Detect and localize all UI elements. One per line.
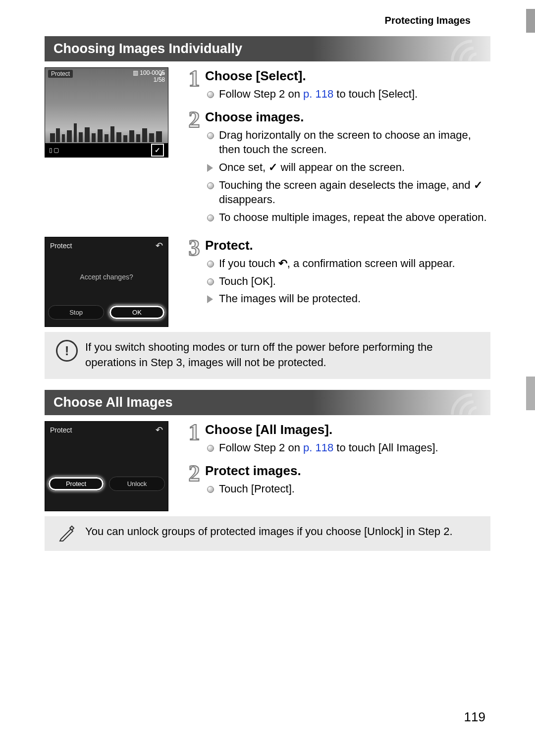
step3-bullet-1: If you touch , a confirmation screen wil… — [205, 256, 490, 271]
step-title: Choose [All Images]. — [205, 422, 490, 437]
step-number-2: 2 — [183, 462, 205, 485]
svg-rect-0 — [50, 133, 55, 142]
svg-rect-17 — [156, 131, 162, 142]
dialog-protect-button[interactable]: Protect — [48, 477, 104, 491]
svg-rect-5 — [79, 132, 83, 142]
decorative-arcs-icon — [450, 392, 484, 415]
back-arrow-icon — [278, 257, 287, 270]
svg-rect-8 — [98, 129, 103, 142]
check-icon — [474, 179, 482, 191]
section-title: Choosing Images Individually — [54, 41, 242, 56]
svg-rect-1 — [56, 128, 60, 142]
camera-confirm-dialog-screenshot: Protect ↶ Accept changes? Stop OK — [45, 237, 168, 327]
svg-rect-3 — [67, 130, 72, 142]
dialog-title: Protect — [50, 242, 72, 250]
dialog-ok-button[interactable]: OK — [109, 305, 165, 320]
dialog-empty — [45, 438, 168, 472]
dialog-stop-button[interactable]: Stop — [48, 305, 104, 320]
step2-bullet-3: Touching the screen again deselects the … — [205, 178, 490, 207]
svg-rect-15 — [142, 128, 147, 142]
step-title: Choose images. — [205, 109, 490, 125]
pencil-icon — [58, 524, 76, 542]
section-heading-choose-all: Choose All Images — [45, 390, 490, 415]
dialog-message: Accept changes? — [45, 254, 168, 300]
step-title: Choose [Select]. — [205, 68, 490, 84]
back-icon: ↶ — [156, 240, 163, 251]
svg-rect-6 — [85, 127, 90, 142]
tip-note: You can unlock groups of protected image… — [45, 516, 490, 551]
step3-bullet-3: The images will be protected. — [205, 291, 490, 306]
running-head: Protecting Images — [45, 15, 490, 26]
svg-rect-9 — [105, 134, 108, 142]
warning-note: ! If you switch shooting modes or turn o… — [45, 332, 490, 379]
step2-bullet-4: To choose multiple images, repeat the ab… — [205, 210, 490, 225]
svg-rect-16 — [149, 133, 154, 142]
step-number-1: 1 — [183, 421, 205, 444]
preview-protect-label: Protect — [48, 70, 73, 78]
svg-rect-10 — [110, 126, 114, 142]
step-title: Protect. — [205, 238, 490, 253]
dialog-unlock-button[interactable]: Unlock — [109, 477, 165, 491]
back-icon: ↶ — [156, 425, 163, 435]
svg-rect-2 — [62, 134, 65, 142]
svg-rect-12 — [123, 135, 127, 142]
preview-left-icons: ▯▢ — [49, 147, 60, 154]
svg-rect-11 — [116, 132, 121, 142]
check-icon — [268, 161, 277, 173]
tip-text: You can unlock groups of protected image… — [85, 524, 453, 540]
page-link-118[interactable]: p. 118 — [303, 88, 333, 100]
side-tab-top — [526, 9, 535, 33]
svg-rect-14 — [136, 134, 140, 142]
step-number-2: 2 — [183, 108, 205, 131]
camera-protect-unlock-screenshot: Protect ↶ Protect Unlock — [45, 421, 168, 511]
step2-bullet-2: Once set, will appear on the screen. — [205, 160, 490, 175]
section-heading-choosing-individually: Choosing Images Individually — [45, 36, 490, 61]
dialog-title: Protect — [50, 426, 72, 434]
page-link-118[interactable]: p. 118 — [303, 441, 333, 454]
s2-step1-bullet: Follow Step 2 on p. 118 to touch [All Im… — [205, 440, 490, 455]
step3-bullet-2: Touch [OK]. — [205, 274, 490, 289]
step2-bullet-1: Drag horizontally on the screen to choos… — [205, 128, 490, 157]
svg-rect-7 — [92, 133, 96, 142]
city-skyline-glyph — [50, 123, 163, 142]
page-number: 119 — [45, 709, 490, 725]
step1-bullet: Follow Step 2 on p. 118 to touch [Select… — [205, 87, 490, 102]
decorative-arcs-icon — [450, 38, 484, 61]
warning-text: If you switch shooting modes or turn off… — [85, 340, 481, 371]
step-title: Protect images. — [205, 463, 490, 479]
preview-back-icon: ↶ — [159, 71, 165, 79]
camera-preview-screenshot: Protect ▥ 100-0005 1/58 — [45, 67, 168, 158]
svg-rect-4 — [74, 123, 77, 142]
svg-rect-13 — [129, 130, 134, 142]
s2-step2-bullet: Touch [Protect]. — [205, 482, 490, 496]
preview-check-icon: ✓ — [151, 144, 164, 157]
side-tab-mid — [526, 377, 535, 410]
exclamation-icon: ! — [56, 340, 78, 362]
section-title: Choose All Images — [54, 395, 173, 410]
step-number-1: 1 — [183, 67, 205, 90]
step-number-3: 3 — [183, 237, 205, 260]
